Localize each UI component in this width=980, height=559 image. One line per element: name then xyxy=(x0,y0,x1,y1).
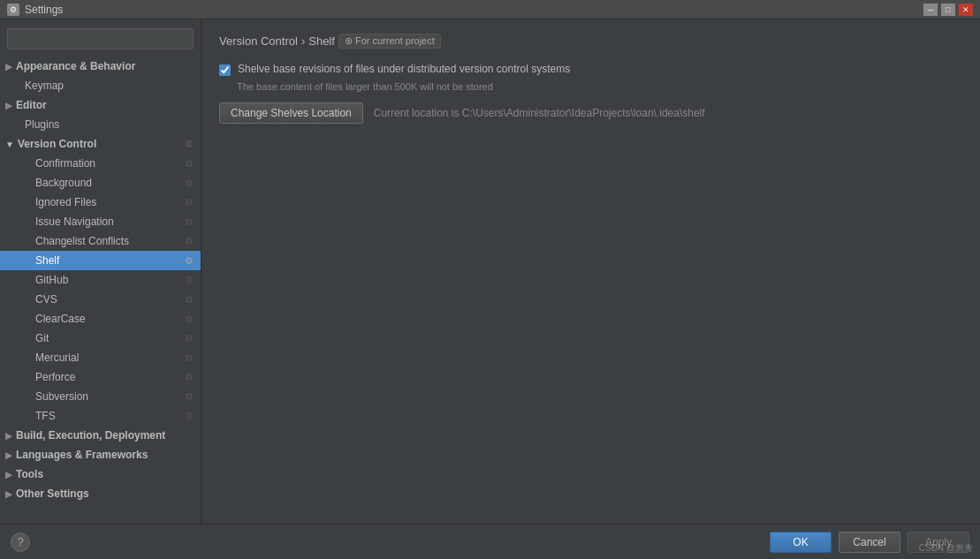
sidebar-item-label: Shelf xyxy=(35,254,59,267)
sidebar-item-github[interactable]: GitHub ⚙ xyxy=(0,270,201,290)
sidebar-item-label: Appearance & Behavior xyxy=(16,60,135,72)
sidebar-item-issue-navigation[interactable]: Issue Navigation ⚙ xyxy=(0,212,201,231)
arrow-icon: ▶ xyxy=(5,101,12,110)
sidebar-item-editor[interactable]: ▶ Editor xyxy=(0,95,201,115)
sidebar-item-label: Languages & Frameworks xyxy=(16,449,148,461)
config-icon: ⚙ xyxy=(185,391,194,403)
sidebar-item-ignored-files[interactable]: Ignored Files ⚙ xyxy=(0,193,201,212)
config-icon: ⚙ xyxy=(185,255,194,267)
config-icon: ⚙ xyxy=(185,411,194,422)
sidebar-item-cvs[interactable]: CVS ⚙ xyxy=(0,290,201,309)
config-icon: ⚙ xyxy=(185,275,194,286)
sidebar-item-label: Tools xyxy=(16,468,43,480)
config-icon: ⚙ xyxy=(185,333,194,344)
config-icon: ⚙ xyxy=(185,372,194,383)
breadcrumb-current: Shelf xyxy=(308,34,335,48)
breadcrumb-parent: Version Control xyxy=(219,34,298,48)
sidebar-item-label: Issue Navigation xyxy=(35,215,114,228)
main-container: ▶ Appearance & Behavior Keymap ▶ Editor … xyxy=(0,19,980,524)
config-icon: ⚙ xyxy=(185,197,194,208)
sidebar-item-tools[interactable]: ▶ Tools xyxy=(0,465,201,484)
sidebar-item-keymap[interactable]: Keymap xyxy=(0,76,201,95)
title-bar: ⚙ Settings ─ □ ✕ xyxy=(0,0,980,19)
sidebar-item-label: Mercurial xyxy=(35,351,79,364)
sidebar-item-label: Background xyxy=(35,177,92,189)
shelve-option-label[interactable]: Shelve base revisions of files under dis… xyxy=(238,63,570,75)
sidebar-item-git[interactable]: Git ⚙ xyxy=(0,329,201,348)
sidebar-item-label: Perforce xyxy=(35,371,75,383)
breadcrumb: Version Control › Shelf ⊛ For current pr… xyxy=(219,34,962,49)
search-input[interactable] xyxy=(13,33,187,45)
config-icon: ⚙ xyxy=(185,158,194,170)
sidebar-item-perforce[interactable]: Perforce ⚙ xyxy=(0,367,201,387)
sidebar-item-label: Plugins xyxy=(25,118,59,131)
sidebar-item-label: CVS xyxy=(35,293,57,306)
sidebar-item-plugins[interactable]: Plugins xyxy=(0,115,201,134)
arrow-icon: ▶ xyxy=(5,431,12,441)
sidebar-item-tfs[interactable]: TFS ⚙ xyxy=(0,406,201,426)
sidebar-item-changelist-conflicts[interactable]: Changelist Conflicts ⚙ xyxy=(0,231,201,251)
sidebar-item-confirmation[interactable]: Confirmation ⚙ xyxy=(0,154,201,173)
shelve-option-row: Shelve base revisions of files under dis… xyxy=(219,63,962,76)
location-row: Change Shelves Location Current location… xyxy=(219,102,962,124)
ok-button[interactable]: OK xyxy=(770,532,832,553)
minimize-button[interactable]: ─ xyxy=(923,4,938,16)
current-location-text: Current location is C:\Users\Administrat… xyxy=(374,107,705,119)
config-icon: ⚙ xyxy=(185,313,194,325)
bottom-bar: ? OK Cancel Apply xyxy=(0,524,980,559)
help-button[interactable]: ? xyxy=(11,533,30,552)
sidebar-item-label: Other Settings xyxy=(16,487,89,500)
sidebar-item-label: Editor xyxy=(16,99,47,111)
sidebar-item-label: ClearCase xyxy=(35,313,86,325)
maximize-button[interactable]: □ xyxy=(941,4,955,16)
content-area: Version Control › Shelf ⊛ For current pr… xyxy=(201,19,980,524)
sidebar-item-label: GitHub xyxy=(35,274,68,286)
sidebar-item-languages[interactable]: ▶ Languages & Frameworks xyxy=(0,445,201,465)
config-icon: ⚙ xyxy=(185,216,194,228)
arrow-icon: ▶ xyxy=(5,470,12,480)
arrow-icon: ▼ xyxy=(5,140,14,149)
arrow-icon: ▶ xyxy=(5,62,12,72)
sidebar: ▶ Appearance & Behavior Keymap ▶ Editor … xyxy=(0,19,201,524)
sidebar-item-clearcase[interactable]: ClearCase ⚙ xyxy=(0,309,201,329)
sidebar-item-label: Confirmation xyxy=(35,157,95,170)
sidebar-item-label: Git xyxy=(35,332,49,344)
config-icon: ⚙ xyxy=(185,294,194,306)
sidebar-item-appearance[interactable]: ▶ Appearance & Behavior xyxy=(0,57,201,76)
sidebar-item-label: Subversion xyxy=(35,390,88,403)
sidebar-item-background[interactable]: Background ⚙ xyxy=(0,173,201,193)
shelve-option-hint: The base content of files larger than 50… xyxy=(237,81,962,92)
sidebar-item-label: Build, Execution, Deployment xyxy=(16,429,165,442)
sidebar-item-shelf[interactable]: Shelf ⚙ xyxy=(0,251,201,270)
sidebar-item-version-control[interactable]: ▼ Version Control ⚙ xyxy=(0,134,201,154)
search-box[interactable] xyxy=(7,28,194,49)
sidebar-item-mercurial[interactable]: Mercurial ⚙ xyxy=(0,348,201,367)
sidebar-item-label: Changelist Conflicts xyxy=(35,235,129,247)
close-button[interactable]: ✕ xyxy=(959,4,973,16)
sidebar-item-label: TFS xyxy=(35,410,56,422)
config-icon: ⚙ xyxy=(185,236,194,247)
watermark: CSDN @惠青 xyxy=(919,542,973,555)
cancel-button[interactable]: Cancel xyxy=(839,532,900,553)
config-icon: ⚙ xyxy=(185,139,194,150)
config-icon: ⚙ xyxy=(185,352,194,364)
change-shelves-location-button[interactable]: Change Shelves Location xyxy=(219,102,363,124)
sidebar-item-label: Ignored Files xyxy=(35,196,96,208)
sidebar-item-build-execution[interactable]: ▶ Build, Execution, Deployment xyxy=(0,426,201,445)
sidebar-item-label: Version Control xyxy=(18,138,96,150)
breadcrumb-tag: ⊛ For current project xyxy=(338,34,441,49)
arrow-icon: ▶ xyxy=(5,489,12,499)
shelve-checkbox[interactable] xyxy=(219,64,231,76)
app-icon: ⚙ xyxy=(7,4,19,16)
breadcrumb-separator: › xyxy=(301,34,305,48)
sidebar-item-subversion[interactable]: Subversion ⚙ xyxy=(0,387,201,406)
sidebar-item-other-settings[interactable]: ▶ Other Settings xyxy=(0,484,201,503)
arrow-icon: ▶ xyxy=(5,450,12,460)
sidebar-item-label: Keymap xyxy=(25,79,64,92)
config-icon: ⚙ xyxy=(185,178,194,189)
window-title: Settings xyxy=(25,4,63,16)
